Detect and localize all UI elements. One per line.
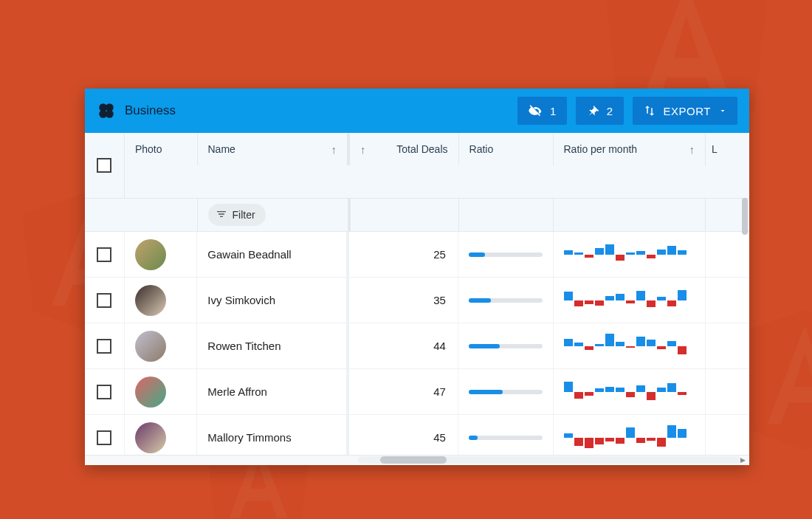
cell-name: Rowen Titchen [207, 340, 281, 352]
avatar [135, 377, 166, 408]
app-logo-icon [97, 101, 116, 120]
sort-arrow-up-icon[interactable]: ↑ [689, 143, 695, 156]
cell-total-deals: 44 [433, 340, 446, 352]
row-checkbox[interactable] [97, 247, 111, 262]
ratio-bar [469, 344, 543, 348]
export-button[interactable]: EXPORT [633, 97, 737, 125]
svg-point-3 [106, 110, 114, 118]
column-header-ratio[interactable]: Ratio [469, 143, 543, 155]
filter-label: Filter [232, 209, 255, 221]
select-all-checkbox[interactable] [97, 158, 111, 173]
ratio-sparkline [564, 331, 689, 361]
cell-name: Mallory Timmons [207, 431, 291, 444]
grid-toolbar: Business 1 2 EXPORT [85, 89, 749, 133]
avatar [135, 331, 166, 362]
ratio-sparkline [564, 377, 689, 407]
vertical-scrollbar[interactable] [740, 198, 749, 453]
row-checkbox[interactable] [97, 339, 111, 354]
avatar [135, 239, 166, 270]
data-grid-card: Business 1 2 EXPORT [85, 89, 749, 465]
ratio-bar [469, 252, 543, 257]
pinned-columns-button[interactable]: 2 [576, 97, 624, 125]
export-label: EXPORT [664, 105, 711, 117]
filter-icon [216, 208, 227, 222]
row-checkbox[interactable] [97, 430, 111, 445]
table-row[interactable]: Mallory Timmons45 [85, 415, 749, 455]
cell-name: Ivy Simkovich [207, 294, 275, 306]
column-header-truncated[interactable]: L [712, 143, 743, 155]
cell-total-deals: 35 [433, 294, 446, 306]
table-row[interactable]: Ivy Simkovich35 [85, 278, 749, 323]
avatar [135, 285, 166, 316]
column-header-total-deals[interactable]: Total Deals [371, 143, 447, 155]
table-row[interactable]: Gawain Beadnall25 [85, 232, 749, 278]
ratio-sparkline [564, 240, 689, 269]
pin-icon [586, 104, 599, 117]
data-grid: Photo Name ↑ ↑ Total Deals Ratio Ratio p… [85, 133, 749, 465]
column-header-photo[interactable]: Photo [135, 143, 187, 155]
ratio-sparkline [564, 286, 689, 315]
row-checkbox[interactable] [97, 385, 111, 399]
scrollbar-thumb[interactable] [380, 456, 447, 464]
cell-total-deals: 25 [433, 248, 446, 261]
column-header-ratio-per-month[interactable]: Ratio per month [564, 143, 689, 155]
ratio-sparkline [564, 423, 689, 453]
ratio-bar [469, 436, 543, 440]
cell-total-deals: 47 [433, 385, 446, 398]
hidden-columns-count: 1 [550, 105, 557, 117]
scroll-right-icon[interactable]: ▶ [737, 455, 748, 465]
column-header-name[interactable]: Name [208, 143, 331, 155]
table-row[interactable]: Rowen Titchen44 [85, 323, 749, 369]
filter-chip[interactable]: Filter [208, 204, 265, 226]
avatar [135, 422, 166, 453]
sort-arrow-up-icon[interactable]: ↑ [360, 143, 366, 156]
toolbar-title: Business [125, 103, 176, 118]
chevron-down-icon [718, 106, 727, 115]
grid-body[interactable]: Gawain Beadnall25Ivy Simkovich35Rowen Ti… [85, 232, 749, 455]
grid-header: Photo Name ↑ ↑ Total Deals Ratio Ratio p… [85, 133, 749, 232]
angular-logo-bg [738, 310, 812, 450]
row-checkbox[interactable] [97, 293, 111, 308]
scrollbar-thumb[interactable] [742, 198, 748, 235]
swap-vertical-icon [643, 104, 656, 117]
visibility-off-icon [528, 103, 543, 118]
table-row[interactable]: Merle Affron47 [85, 369, 749, 415]
horizontal-scrollbar[interactable]: ◀ ▶ [85, 455, 749, 465]
ratio-bar [469, 298, 543, 303]
cell-name: Gawain Beadnall [207, 248, 291, 261]
cell-total-deals: 45 [433, 431, 446, 444]
sort-arrow-up-icon[interactable]: ↑ [331, 143, 337, 156]
pinned-columns-count: 2 [607, 105, 613, 117]
cell-name: Merle Affron [207, 385, 267, 398]
ratio-bar [469, 390, 543, 394]
hidden-columns-button[interactable]: 1 [517, 97, 567, 125]
